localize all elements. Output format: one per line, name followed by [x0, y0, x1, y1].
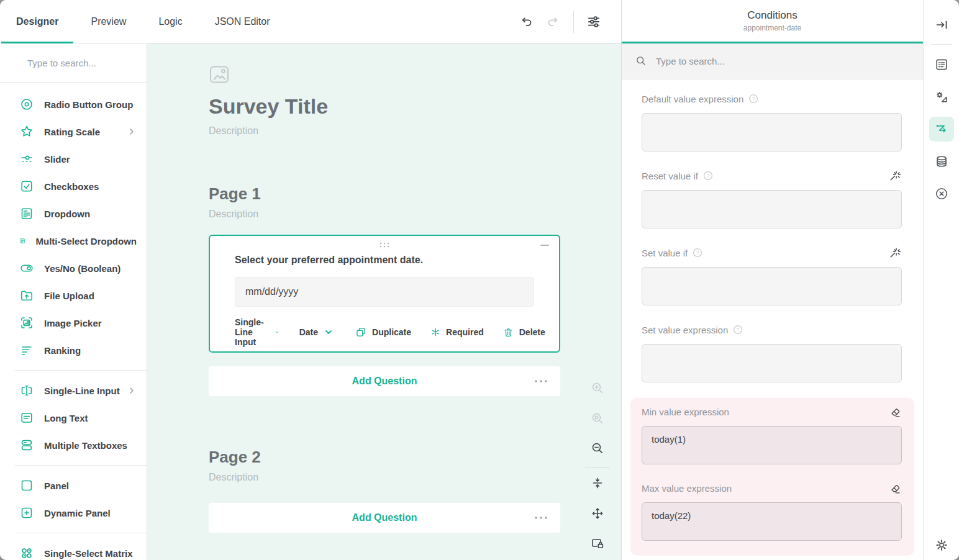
duplicate-button[interactable]: Duplicate	[355, 326, 411, 338]
undo-button[interactable]	[512, 8, 540, 35]
toolbox-list: Radio Button Group Rating Scale Slider	[0, 83, 147, 560]
rail-tab-general[interactable]	[929, 52, 954, 77]
toolbox-sidebar: Radio Button Group Rating Scale Slider	[0, 43, 147, 560]
question-title[interactable]: Select your preferred appointment date.	[235, 255, 534, 266]
svg-text:?: ?	[737, 327, 740, 333]
toolbox-item-rating-scale[interactable]: Rating Scale	[0, 118, 147, 145]
collapse-panel-button[interactable]	[929, 12, 954, 37]
eraser-icon[interactable]	[888, 481, 902, 495]
help-icon[interactable]: ?	[733, 325, 743, 335]
rail-tab-logic-conditions[interactable]	[929, 117, 954, 142]
zoom-reset-button[interactable]	[585, 406, 610, 431]
field-set-value-if: Set value if ?	[642, 244, 902, 308]
page2-description[interactable]: Description	[209, 472, 560, 483]
creator-settings-button[interactable]	[929, 533, 954, 558]
collapse-all-button[interactable]	[585, 471, 610, 495]
circle-x-icon	[934, 186, 949, 201]
help-icon[interactable]: ?	[703, 171, 713, 181]
long-text-icon	[19, 410, 34, 425]
design-canvas: Survey Title Description Page 1 Descript…	[147, 43, 621, 560]
toolbox-item-checkboxes[interactable]: Checkboxes	[0, 173, 147, 200]
toolbox-item-dynamic-panel[interactable]: Dynamic Panel	[0, 499, 147, 526]
header-separator	[573, 11, 574, 33]
toolbox-item-multiple-textboxes[interactable]: Multiple Textboxes	[0, 431, 147, 459]
single-select-matrix-icon	[19, 546, 34, 560]
property-panel-body: Default value expression ? Reset value i…	[622, 79, 923, 560]
yes-no-boolean-icon	[19, 261, 34, 276]
property-grid-icon	[934, 57, 949, 72]
help-icon[interactable]: ?	[693, 248, 702, 258]
toolbox-item-single-select-matrix[interactable]: Single-Select Matrix	[0, 540, 147, 560]
highlighted-fields-section: Min value expression today(1) Max value …	[630, 398, 914, 556]
toolbox-item-dropdown[interactable]: Dropdown	[0, 200, 147, 227]
min-value-expression-input[interactable]: today(1)	[642, 426, 902, 464]
tab-json-editor[interactable]: JSON Editor	[199, 0, 286, 43]
add-question-button-page2[interactable]: Add Question	[209, 503, 560, 533]
wand-build-icon[interactable]	[888, 169, 902, 183]
toolbox-item-slider[interactable]: Slider	[0, 145, 147, 173]
question-type-menu-button[interactable]	[534, 379, 548, 383]
surface-lock-button[interactable]	[585, 531, 610, 556]
rail-tab-theme[interactable]	[929, 84, 954, 109]
toolbox-item-long-text[interactable]: Long Text	[0, 404, 147, 431]
chevron-right-icon	[127, 386, 137, 395]
drag-scroll-button[interactable]	[585, 501, 610, 526]
toolbox-item-ranking[interactable]: Ranking	[0, 336, 147, 364]
toolbox-search-input[interactable]	[27, 58, 147, 68]
toolbox-separator	[15, 533, 147, 533]
max-value-expression-input[interactable]: today(22)	[642, 502, 902, 541]
tab-designer[interactable]: Designer	[0, 0, 75, 43]
dynamic-panel-icon	[19, 505, 34, 520]
zoom-in-icon	[590, 381, 605, 395]
zoom-reset-icon	[590, 411, 605, 426]
settings-sliders-button[interactable]	[580, 8, 607, 35]
delete-button[interactable]: Delete	[502, 327, 545, 338]
wand-build-icon[interactable]	[888, 246, 902, 260]
input-type-selector[interactable]: Date	[299, 327, 334, 337]
toolbox-item-multi-select-dropdown[interactable]: Multi-Select Dropdown	[0, 227, 147, 255]
survey-title[interactable]: Survey Title	[209, 94, 560, 119]
rating-scale-icon	[19, 124, 34, 139]
page1-title[interactable]: Page 1	[209, 184, 560, 204]
page2-title[interactable]: Page 2	[209, 448, 560, 467]
toolbox-item-yes-no-boolean[interactable]: Yes/No (Boolean)	[0, 255, 147, 282]
set-value-if-input[interactable]	[642, 267, 902, 305]
toolbox-item-file-upload[interactable]: File Upload	[0, 282, 147, 309]
question-card-appointment-date[interactable]: Select your preferred appointment date. …	[209, 235, 560, 353]
question-toolbar: Single-Line Input Date	[235, 317, 534, 347]
toolbox-item-panel[interactable]: Panel	[0, 472, 147, 499]
survey-description[interactable]: Description	[209, 125, 560, 137]
survey-surface: Survey Title Description Page 1 Descript…	[209, 43, 560, 560]
field-max-value-expression: Max value expression today(22)	[642, 479, 902, 543]
toolbox-item-radio-button-group[interactable]: Radio Button Group	[0, 91, 147, 118]
svg-text:?: ?	[696, 250, 699, 256]
device-lock-icon	[590, 536, 605, 551]
zoom-in-button[interactable]	[585, 376, 610, 400]
toolbox-item-single-line-input[interactable]: Single-Line Input	[0, 377, 147, 404]
database-icon	[934, 154, 949, 169]
image-picker-icon	[19, 315, 34, 330]
rail-tab-clear[interactable]	[929, 181, 954, 206]
collapse-vertical-icon	[590, 476, 605, 490]
collapse-question-button[interactable]	[540, 245, 549, 246]
set-value-expression-input[interactable]	[642, 344, 902, 382]
zoom-out-button[interactable]	[585, 436, 610, 461]
date-input[interactable]	[235, 277, 534, 307]
help-icon[interactable]: ?	[748, 94, 758, 104]
page1-description[interactable]: Description	[209, 209, 560, 220]
tab-preview[interactable]: Preview	[75, 0, 142, 43]
required-toggle[interactable]: Required	[430, 327, 484, 338]
redo-button[interactable]	[540, 8, 567, 35]
add-question-button-page1[interactable]: Add Question	[209, 366, 560, 396]
question-type-selector[interactable]: Single-Line Input	[235, 317, 280, 347]
reset-value-if-input[interactable]	[642, 190, 902, 228]
rail-tab-data[interactable]	[929, 149, 954, 174]
toolbox-item-image-picker[interactable]: Image Picker	[0, 309, 147, 336]
default-value-expression-input[interactable]	[642, 113, 902, 151]
eraser-icon[interactable]	[888, 405, 902, 418]
survey-logo-placeholder[interactable]	[209, 64, 560, 85]
panel-search-input[interactable]	[656, 56, 913, 66]
tab-logic[interactable]: Logic	[142, 0, 198, 43]
drag-handle[interactable]	[379, 242, 390, 248]
question-type-menu-button[interactable]	[534, 516, 548, 520]
